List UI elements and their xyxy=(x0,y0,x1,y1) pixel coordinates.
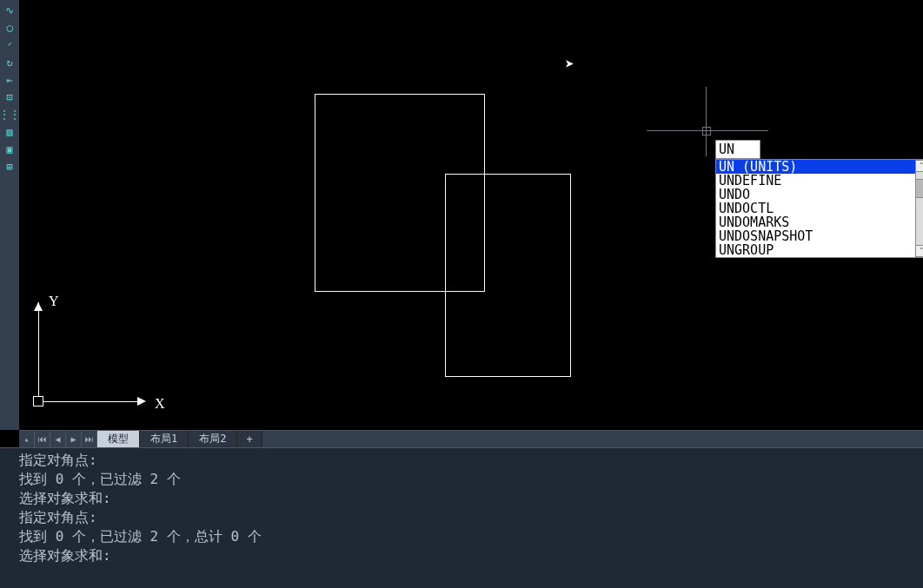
snap-icon[interactable]: ⊡ xyxy=(2,89,17,105)
suggestion-item[interactable]: UNDOCTL xyxy=(716,202,923,215)
tab-layout2[interactable]: 布局2 xyxy=(189,431,237,448)
dimension-icon[interactable]: ⇤ xyxy=(2,72,17,88)
ucs-axis-icon: Y X xyxy=(33,294,163,424)
redo-icon[interactable]: ↻ xyxy=(2,55,17,70)
suggestion-item[interactable]: UNDOMARKS xyxy=(716,215,923,229)
left-toolbar: ∿ ◯ ◜ ↻ ⇤ ⊡ ⋮⋮ ▨ ▣ ⊞ xyxy=(0,0,19,430)
drawing-canvas[interactable]: ➤ Y X UN (UNITS) UNDEFINE UNDO UNDOCTL U… xyxy=(19,0,923,430)
rect-icon[interactable]: ▣ xyxy=(2,142,17,157)
suggestion-item[interactable]: UNGROUP xyxy=(716,243,923,257)
crosshair-pickbox-icon xyxy=(702,127,711,135)
suggestion-item[interactable]: UNDOSNAPSHOT xyxy=(716,229,923,243)
tab-add-button[interactable]: + xyxy=(237,431,262,448)
command-history-window[interactable]: 指定对角点: 找到 0 个，已过滤 2 个 选择对象求和: 指定对角点: 找到 … xyxy=(0,447,923,588)
arc-icon[interactable]: ◜ xyxy=(2,37,17,53)
command-history-line: 选择对象求和: xyxy=(19,490,111,506)
ucs-x-label: X xyxy=(155,396,165,412)
tab-first-icon[interactable]: ⏮ xyxy=(35,432,50,447)
scroll-down-icon[interactable]: ˅ xyxy=(915,245,923,257)
command-suggestion-dropdown: UN (UNITS) UNDEFINE UNDO UNDOCTL UNDOMAR… xyxy=(715,159,923,258)
tab-next-icon[interactable]: ▶ xyxy=(66,432,82,447)
command-history-line: 找到 0 个，已过滤 2 个 xyxy=(19,471,181,487)
scroll-up-icon[interactable]: ˄ xyxy=(915,160,923,172)
suggestion-item[interactable]: UNDO xyxy=(716,188,923,202)
command-history-line: 找到 0 个，已过滤 2 个，总计 0 个 xyxy=(19,528,262,545)
suggestion-item[interactable]: UN (UNITS) xyxy=(716,160,923,174)
suggestion-scrollbar[interactable]: ˄ ˅ xyxy=(915,160,923,257)
drawn-rectangle-2[interactable] xyxy=(445,174,571,377)
dynamic-command-input[interactable] xyxy=(715,140,760,159)
scroll-thumb[interactable] xyxy=(915,179,923,198)
suggestion-item[interactable]: UNDEFINE xyxy=(716,174,923,188)
tab-prev-icon[interactable]: ◀ xyxy=(50,432,66,447)
command-history-line: 指定对角点: xyxy=(19,452,97,468)
tab-collapse-icon[interactable]: ▴ xyxy=(19,432,35,447)
tab-layout1[interactable]: 布局1 xyxy=(140,431,189,448)
ucs-y-label: Y xyxy=(49,294,59,309)
circle-a-icon[interactable]: ◯ xyxy=(2,20,17,36)
hatch-icon[interactable]: ▨ xyxy=(2,124,17,140)
dots-icon[interactable]: ⋮⋮ xyxy=(2,107,17,122)
tab-model[interactable]: 模型 xyxy=(97,431,140,448)
command-history-line: 选择对象求和: xyxy=(19,547,111,564)
spline-icon[interactable]: ∿ xyxy=(2,3,17,18)
crosshair-vertical-icon xyxy=(706,87,707,156)
grid-icon[interactable]: ⊞ xyxy=(2,159,17,175)
command-history-line: 指定对角点: xyxy=(19,509,97,525)
mouse-cursor-icon: ➤ xyxy=(565,55,574,73)
layout-tab-bar: ▴ ⏮ ◀ ▶ ⏭ 模型 布局1 布局2 + xyxy=(19,430,923,447)
tab-last-icon[interactable]: ⏭ xyxy=(82,432,97,447)
